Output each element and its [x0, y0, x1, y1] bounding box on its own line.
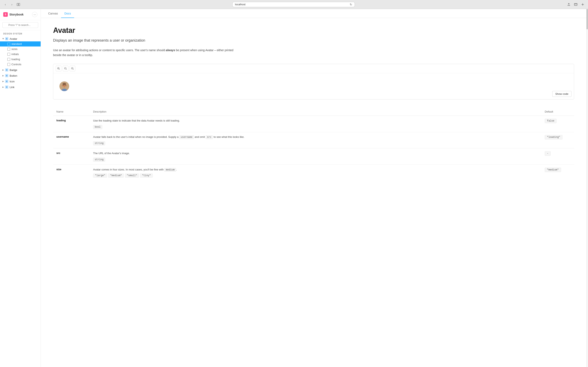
button-group-label: Button	[9, 74, 38, 77]
tab-canvas[interactable]: Canvas	[45, 9, 61, 18]
svg-point-6	[72, 68, 73, 68]
sidebar-item-label-initials: initials	[11, 53, 19, 56]
prop-type-src: string	[93, 158, 105, 162]
icon-group-icon: ⊞	[5, 80, 8, 83]
sidebar-item-label-sizes: sizes	[11, 48, 17, 50]
tab-docs[interactable]: Docs	[61, 9, 74, 18]
link-chevron-icon: ▶	[2, 86, 4, 88]
storybook-icon: S	[3, 12, 8, 17]
badge-group-label: Badge	[9, 68, 38, 72]
avatar	[60, 81, 69, 91]
badge-group-icon: ⊞	[5, 68, 8, 72]
app-container: S Storybook ··· 🔍 DESIGN SYSTEM ▶ ⊞ Avat…	[0, 9, 588, 367]
sidebar-item-label-standard: standard	[11, 42, 22, 45]
sidebar-group-header-button[interactable]: ▶ ⊞ Button	[0, 73, 41, 78]
sidebar-toggle-button[interactable]	[16, 2, 21, 7]
search-input[interactable]	[2, 22, 38, 28]
link-group-icon: ⊞	[5, 85, 8, 89]
initials-item-icon	[7, 53, 10, 56]
sidebar-item-standard[interactable]: standard	[0, 42, 41, 47]
prop-type-username: string	[93, 141, 105, 145]
standard-item-icon	[7, 43, 10, 45]
prop-name-loading: loading	[56, 119, 66, 122]
size-desc-text: Avatar comes in four sizes. In most case…	[93, 168, 164, 171]
button-chevron-icon: ▶	[2, 75, 4, 77]
svg-rect-1	[18, 3, 20, 6]
docs-content: Avatar Displays an image that represents…	[41, 18, 586, 367]
scrollbar-thumb[interactable]	[586, 9, 588, 29]
description-part1: Use an avatar for attributing actions or…	[53, 49, 166, 52]
sidebar-group-header-badge[interactable]: ▶ ⊞ Badge	[0, 67, 41, 73]
username-desc-part2: and omit	[194, 135, 206, 138]
new-tab-button[interactable]	[573, 2, 579, 7]
prop-desc-loading: Use the loading state to indicate that t…	[93, 119, 538, 123]
size-option-tiny: "tiny"	[140, 174, 153, 178]
svg-point-10	[62, 85, 63, 86]
storybook-logo: S Storybook	[3, 12, 24, 17]
avatar-group-icon: ⊞	[5, 37, 8, 40]
prop-desc-src: The URL of the Avatar's image.	[93, 151, 538, 156]
badge-chevron-icon: ▶	[2, 69, 4, 71]
main-content: Canvas Docs Avatar Displays an image tha…	[41, 9, 586, 367]
sidebar-group-header-link[interactable]: ▶ ⊞ Link	[0, 84, 41, 90]
sidebar-section-label: DESIGN SYSTEM	[0, 30, 41, 36]
prop-default-loading: false	[545, 119, 557, 123]
sidebar-group-header-icon[interactable]: ▶ ⊞ Icon	[0, 79, 41, 84]
sidebar-group-header-avatar[interactable]: ▶ ⊞ Avatar	[0, 36, 41, 42]
prop-desc-username: Avatar falls back to the user's initial …	[93, 135, 538, 139]
description-bold: always	[166, 49, 175, 52]
zoom-out-button[interactable]	[63, 66, 68, 71]
sidebar-item-initials[interactable]: initials	[0, 52, 41, 57]
scrollbar-track[interactable]	[586, 9, 588, 367]
table-row: loading Use the loading state to indicat…	[53, 116, 574, 132]
prop-name-src: src	[56, 151, 61, 155]
sidebar-item-controls[interactable]: Controls	[0, 62, 41, 67]
reload-button[interactable]: ↻	[350, 3, 352, 6]
sidebar-group-link: ▶ ⊞ Link	[0, 84, 41, 90]
address-text: localhost	[235, 3, 245, 6]
page-description: Use an avatar for attributing actions or…	[53, 48, 237, 58]
table-header-name: Name	[53, 108, 90, 116]
table-row: src The URL of the Avatar's image. strin…	[53, 148, 574, 165]
address-bar[interactable]: localhost ↻	[232, 2, 355, 7]
zoom-in-button[interactable]	[56, 66, 61, 71]
prop-desc-size: Avatar comes in four sizes. In most case…	[93, 167, 538, 172]
preview-area: Show code	[53, 73, 574, 99]
more-options-button[interactable]: ···	[32, 12, 37, 17]
tabs-bar: Canvas Docs	[41, 9, 586, 18]
add-tab-button[interactable]	[580, 2, 586, 7]
share-button[interactable]	[566, 2, 572, 7]
show-code-button[interactable]: Show code	[552, 91, 571, 97]
back-button[interactable]: ‹	[2, 2, 8, 7]
preview-toolbar	[53, 64, 574, 73]
svg-point-13	[65, 85, 66, 86]
icon-group-label: Icon	[9, 80, 38, 83]
sidebar-group-icon: ▶ ⊞ Icon	[0, 79, 41, 84]
size-option-medium: "medium"	[108, 174, 124, 178]
svg-point-12	[63, 85, 64, 86]
size-desc-code: medium	[164, 168, 176, 172]
sidebar-item-sizes[interactable]: sizes	[0, 47, 41, 52]
loading-item-icon	[7, 58, 10, 61]
chevron-icon: ▶	[2, 38, 4, 40]
svg-point-14	[64, 86, 65, 86]
table-header-description: Description	[90, 108, 541, 116]
svg-rect-2	[574, 3, 577, 6]
link-group-label: Link	[9, 86, 38, 89]
zoom-reset-button[interactable]	[70, 66, 75, 71]
button-group-icon: ⊞	[5, 74, 8, 77]
username-code2: src	[206, 135, 213, 139]
prop-default-username: "loading"	[545, 135, 562, 140]
nav-buttons: ‹ ›	[2, 2, 21, 7]
search-wrapper: 🔍	[2, 22, 38, 28]
sidebar-header: S Storybook ···	[0, 9, 41, 20]
username-code1: username	[179, 135, 194, 139]
prop-name-username: username	[56, 135, 69, 138]
table-header-default: Default	[541, 108, 574, 116]
svg-rect-0	[17, 3, 18, 6]
browser-actions	[566, 2, 586, 7]
table-row: username Avatar falls back to the user's…	[53, 132, 574, 148]
forward-button[interactable]: ›	[9, 2, 15, 7]
avatar-group-label: Avatar	[9, 37, 38, 40]
sidebar-item-loading[interactable]: loading	[0, 57, 41, 62]
